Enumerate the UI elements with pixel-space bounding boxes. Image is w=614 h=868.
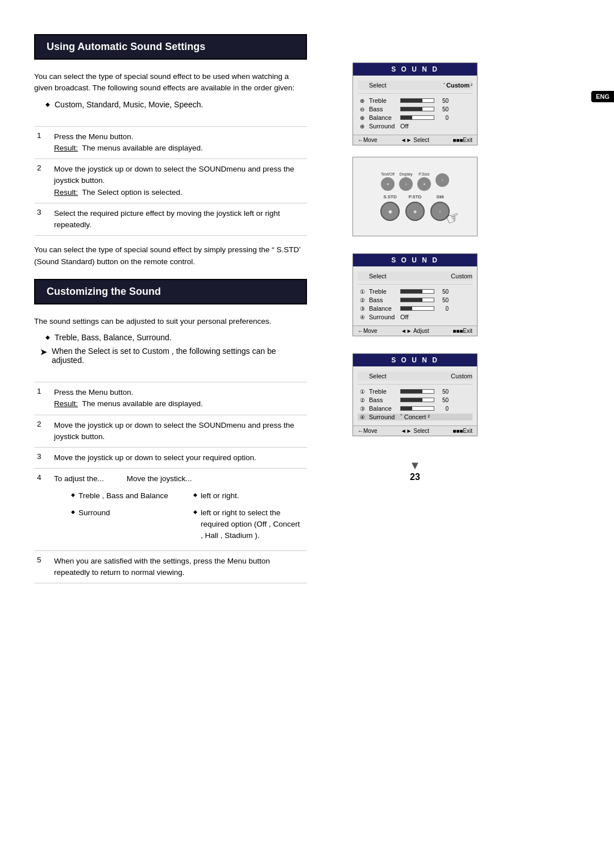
section1-note: You can select the type of special sound… (34, 244, 307, 268)
sound-ui-3-body: Select Custom ① Treble 50 ② Ba (353, 366, 477, 425)
page-arrow-icon: ▼ (409, 459, 421, 472)
step-num-1: 1 (34, 126, 51, 159)
sound-ui-3: S O U N D Select Custom ① Treble 50 (352, 353, 478, 436)
step-2: 2 Move the joystick up or down to select… (34, 159, 307, 203)
sound-ui-2-surround: ④ Surround Off (358, 314, 472, 320)
sound-ui-2: S O U N D Select Custom ① Treble 50 (352, 253, 478, 336)
step-content-3: Select the required picture effect by mo… (51, 203, 307, 236)
step-content-1: Press the Menu button. Result: The menus… (51, 126, 307, 159)
sound-ui-3-footer: ←Move ◄► Select ■■■Exit (353, 425, 477, 436)
page-number-area: ▼ 23 (409, 459, 421, 482)
s2-step-3: 3 Move the joystick up or down to select… (34, 448, 307, 469)
step-1: 1 Press the Menu button. Result: The men… (34, 126, 307, 159)
section2: Customizing the Sound The sound settings… (34, 279, 307, 583)
sound-ui-1-select-row: Select ˆ Custom ² (358, 81, 472, 90)
sound-ui-2-treble: ① Treble 50 (358, 288, 472, 295)
result-text-2: The Select option is selected. (82, 188, 182, 197)
section1-steps: 1 Press the Menu button. Result: The men… (34, 126, 307, 236)
section1-title: Using Automatic Sound Settings (34, 34, 307, 60)
sound-ui-3-balance: ③ Balance 0 (358, 405, 472, 412)
result-label-2: Result: (54, 188, 78, 197)
s2-step-5: 5 When you are satisfied with the settin… (34, 550, 307, 583)
section1: Using Automatic Sound Settings You can s… (34, 34, 307, 268)
left-content: Using Automatic Sound Settings You can s… (0, 23, 330, 845)
section2-content: The sound settings can be adjusted to su… (34, 316, 307, 365)
sound-ui-3-select-row: Select Custom (358, 372, 472, 381)
sound-ui-1: S O U N D Select ˆ Custom ² ⊕ Treble (352, 62, 478, 145)
sound-ui-2-body: Select Custom ① Treble 50 ② Ba (353, 266, 477, 326)
sound-ui-2-bass: ② Bass 50 (358, 297, 472, 303)
sound-ui-3-surround: ④ Surround ˆ Concert ² (358, 414, 472, 420)
s2-step-2: 2 Move the joystick up or down to select… (34, 415, 307, 448)
arrow-icon: ➤ (40, 347, 47, 357)
sound-ui-1-body: Select ˆ Custom ² ⊕ Treble (353, 76, 477, 135)
sound-ui-2-select-row: Select Custom (358, 272, 472, 281)
s2-step-1: 1 Press the Menu button. Result: The men… (34, 382, 307, 415)
sound-ui-1-surround: ⊕ Surround Off (358, 123, 472, 130)
remote-control: Text/Off ▪ Display ▫ P.Size ▪ ▫ S.STD (352, 157, 478, 236)
section2-arrow-note: ➤ When the Select is set to Custom , the… (34, 347, 307, 365)
step-content-2: Move the joystick up or down to select t… (51, 159, 307, 203)
section2-steps: 1 Press the Menu button. Result: The men… (34, 382, 307, 583)
sound-ui-3-bass: ② Bass 50 (358, 397, 472, 403)
sound-ui-2-header: S O U N D (353, 254, 477, 266)
sound-ui-1-balance: ⊕ Balance 0 (358, 114, 472, 121)
step-num-3: 3 (34, 203, 51, 236)
s2-step-4: 4 To adjust the... Move the joystick... … (34, 469, 307, 550)
remote-bottom-labels: S.STD P.STD Still (380, 194, 450, 199)
sound-ui-2-footer: ←Move ◄► Adjust ■■■Exit (353, 326, 477, 336)
sound-ui-3-header: S O U N D (353, 354, 477, 366)
eng-badge: ENG (591, 91, 614, 102)
section1-intro: You can select the type of special sound… (34, 71, 307, 94)
step-num-2: 2 (34, 159, 51, 203)
sound-ui-1-header: S O U N D (353, 63, 477, 76)
sound-ui-2-balance: ③ Balance 0 (358, 305, 472, 312)
section1-bullet: Custom, Standard, Music, Movie, Speech. (34, 100, 307, 109)
sound-ui-3-treble: ① Treble 50 (358, 388, 472, 395)
result-text-1: The menus available are displayed. (82, 144, 202, 152)
sound-ui-1-footer: ←Move ◄► Select ■■■Exit (353, 135, 477, 145)
section2-title: Customizing the Sound (34, 279, 307, 304)
hand-cursor-icon: ☞ (443, 207, 463, 229)
result-label-1: Result: (54, 144, 78, 152)
page: ENG Using Automatic Sound Settings You c… (0, 0, 614, 868)
s2-result-label-1: Result: (54, 399, 78, 408)
step-3: 3 Select the required picture effect by … (34, 203, 307, 236)
sound-ui-1-treble: ⊕ Treble 50 (358, 97, 472, 104)
remote-top-buttons: Text/Off ▪ Display ▫ P.Size ▪ ▫ (381, 172, 449, 191)
page-number: 23 (409, 472, 421, 482)
sound-ui-1-bass: ⊖ Bass 50 (358, 106, 472, 112)
section1-content: You can select the type of special sound… (34, 71, 307, 109)
remote-bottom-buttons: ◉ ◈ ○ (380, 202, 450, 221)
section2-bullet: Treble, Bass, Balance, Surround. (34, 333, 307, 342)
right-panel: S O U N D Select ˆ Custom ² ⊕ Treble (330, 23, 500, 845)
section2-intro: The sound settings can be adjusted to su… (34, 316, 307, 327)
